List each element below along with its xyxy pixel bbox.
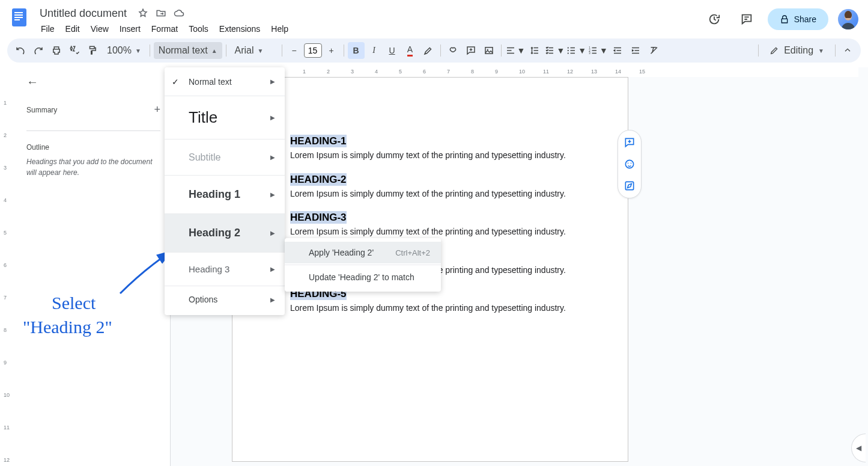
hide-menus-button[interactable]	[839, 42, 856, 59]
menu-edit[interactable]: Edit	[61, 22, 85, 36]
chevron-down-icon: ▼	[578, 46, 586, 55]
submenu-apply-heading2[interactable]: Apply 'Heading 2' Ctrl+Alt+2	[285, 242, 441, 263]
star-icon[interactable]	[138, 8, 148, 19]
submenu-update-heading2[interactable]: Update 'Heading 2' to match	[285, 266, 441, 288]
comments-icon[interactable]	[735, 8, 758, 31]
style-item-heading1[interactable]: Heading 1 ▶	[165, 176, 285, 214]
chevron-down-icon: ▼	[599, 46, 608, 55]
chevron-down-icon: ▼	[818, 48, 824, 54]
spellcheck-button[interactable]	[66, 42, 83, 59]
style-item-heading2[interactable]: Heading 2 ▶	[165, 214, 285, 253]
svg-rect-1	[14, 12, 23, 13]
add-summary-button[interactable]: +	[154, 103, 160, 116]
floating-comment-toolbar	[618, 130, 642, 198]
menu-extensions[interactable]: Extensions	[214, 22, 265, 36]
svg-rect-2	[14, 14, 23, 16]
menu-help[interactable]: Help	[266, 22, 293, 36]
suggest-edit-icon[interactable]	[622, 179, 637, 193]
highlight-button[interactable]	[420, 42, 437, 59]
clear-format-button[interactable]	[645, 42, 662, 59]
print-button[interactable]	[48, 42, 65, 59]
chevron-up-icon: ▲	[211, 48, 217, 54]
decrease-indent-button[interactable]	[609, 42, 626, 59]
undo-button[interactable]	[12, 42, 29, 59]
italic-button[interactable]: I	[366, 42, 383, 59]
style-item-title[interactable]: Title ▶	[165, 96, 285, 139]
lock-icon	[780, 14, 789, 24]
svg-point-9	[568, 50, 569, 51]
document-title[interactable]: Untitled document	[36, 6, 130, 21]
svg-point-8	[568, 47, 569, 48]
bold-button[interactable]: B	[348, 42, 365, 59]
sidebar-summary-title: Summary	[26, 106, 57, 114]
share-button[interactable]: Share	[768, 8, 828, 30]
menu-tools[interactable]: Tools	[184, 22, 213, 36]
style-item-normal[interactable]: ✓ Normal text ▶	[165, 67, 285, 96]
submenu-arrow-icon: ▶	[270, 154, 275, 161]
style-options[interactable]: Options ▶	[165, 286, 285, 313]
editing-mode-dropdown[interactable]: Editing ▼	[762, 42, 831, 59]
shortcut-label: Ctrl+Alt+2	[395, 248, 430, 257]
underline-button[interactable]: U	[384, 42, 401, 59]
doc-heading[interactable]: HEADING-3	[290, 211, 347, 224]
svg-rect-3	[14, 17, 23, 18]
doc-body[interactable]: Lorem Ipsum is simply dummy text of the …	[290, 150, 570, 162]
style-item-subtitle[interactable]: Subtitle ▶	[165, 139, 285, 176]
sidebar-collapse-button[interactable]: ←	[26, 75, 41, 89]
svg-point-14	[625, 160, 633, 168]
doc-body[interactable]: Lorem Ipsum is simply dummy text of the …	[290, 302, 570, 314]
move-icon[interactable]	[156, 8, 166, 19]
menubar: File Edit View Insert Format Tools Exten…	[36, 22, 703, 36]
doc-body[interactable]: Lorem Ipsum is simply dummy text of the …	[290, 226, 570, 238]
style-item-heading3[interactable]: Heading 3 ▶	[165, 253, 285, 286]
submenu-arrow-icon: ▶	[270, 78, 275, 85]
submenu-arrow-icon: ▶	[270, 266, 275, 272]
doc-heading[interactable]: HEADING-1	[290, 135, 347, 147]
submenu-arrow-icon: ▶	[270, 114, 275, 121]
submenu-arrow-icon: ▶	[270, 191, 275, 198]
menu-insert[interactable]: Insert	[115, 22, 145, 36]
svg-point-10	[568, 52, 569, 54]
emoji-reaction-icon[interactable]	[622, 157, 637, 171]
line-spacing-button[interactable]	[526, 42, 543, 59]
fontsize-input[interactable]	[304, 43, 322, 58]
submenu-arrow-icon: ▶	[270, 296, 275, 303]
add-comment-icon[interactable]	[622, 135, 637, 150]
insert-image-button[interactable]	[481, 42, 497, 59]
menu-view[interactable]: View	[86, 22, 114, 36]
menu-format[interactable]: Format	[147, 22, 183, 36]
paint-format-button[interactable]	[84, 42, 101, 59]
heading2-submenu: Apply 'Heading 2' Ctrl+Alt+2 Update 'Hea…	[285, 238, 441, 292]
numbered-list-button[interactable]: 123▼	[587, 42, 608, 59]
svg-rect-6	[485, 48, 493, 54]
svg-point-15	[628, 163, 629, 164]
chevron-down-icon: ▼	[517, 46, 526, 55]
text-color-button[interactable]: A	[402, 42, 419, 59]
history-icon[interactable]	[703, 8, 726, 31]
paragraph-style-dropdown[interactable]: Normal text▲	[154, 42, 222, 59]
toolbar: 100%▼ Normal text▲ Arial▼ − + B I U A ▼ …	[7, 38, 861, 63]
docs-logo[interactable]	[7, 5, 31, 29]
sidebar-outline-title: Outline	[26, 143, 160, 152]
redo-button[interactable]	[30, 42, 47, 59]
doc-heading[interactable]: HEADING-2	[290, 173, 347, 186]
insert-comment-button[interactable]	[463, 42, 479, 59]
decrease-fontsize-button[interactable]: −	[286, 42, 303, 59]
svg-point-16	[631, 163, 632, 164]
menu-file[interactable]: File	[36, 22, 59, 36]
account-avatar[interactable]	[838, 9, 858, 29]
increase-indent-button[interactable]	[627, 42, 644, 59]
insert-link-button[interactable]	[445, 42, 461, 59]
checklist-button[interactable]: ▼	[544, 42, 565, 59]
bullet-list-button[interactable]: ▼	[566, 42, 586, 59]
svg-rect-17	[625, 182, 633, 189]
chevron-down-icon: ▼	[258, 48, 264, 54]
zoom-dropdown[interactable]: 100%▼	[102, 42, 146, 59]
doc-body[interactable]: Lorem Ipsum is simply dummy text of the …	[290, 188, 570, 200]
share-label: Share	[794, 14, 816, 24]
increase-fontsize-button[interactable]: +	[323, 42, 340, 59]
align-dropdown[interactable]: ▼	[505, 42, 526, 59]
cloud-status-icon[interactable]	[174, 8, 184, 19]
font-dropdown[interactable]: Arial▼	[230, 42, 278, 59]
pencil-icon	[769, 46, 779, 55]
